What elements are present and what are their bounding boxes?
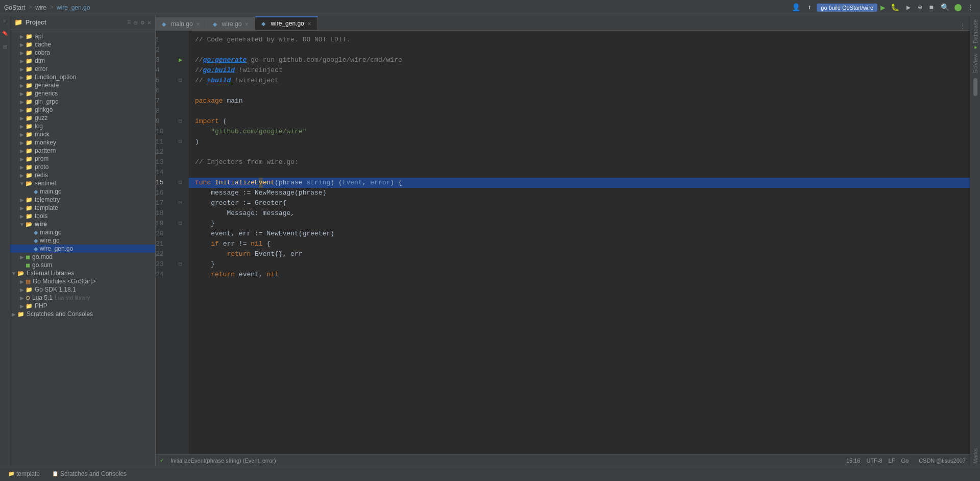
tree-item-monkey[interactable]: ▶ 📁 monkey	[10, 138, 155, 147]
tree-item-gin-grpc[interactable]: ▶ 📁 gin_grpc	[10, 98, 155, 106]
file-crumb[interactable]: wire_gen.go	[57, 4, 90, 11]
tree-item-error[interactable]: ▶ 📁 error	[10, 65, 155, 73]
tree-item-go-sdk[interactable]: ▶ 📁 Go SDK 1.18.1	[10, 285, 155, 294]
collapse-all-icon[interactable]: ≡	[127, 19, 131, 26]
tab-main-go[interactable]: ◆ main.go ✕	[156, 17, 207, 30]
close-filetree-icon[interactable]: ✕	[148, 19, 151, 27]
attach-icon[interactable]: ⊕	[916, 2, 924, 13]
gutter-fold-15[interactable]: ⊟	[179, 178, 189, 188]
tree-item-api[interactable]: ▶ 📁 api	[10, 32, 155, 40]
profile-icon[interactable]: 👤	[790, 2, 802, 13]
run-button[interactable]: ▶	[880, 3, 886, 13]
folder-icon: 📁	[26, 90, 33, 97]
tree-item-tools[interactable]: ▶ 📁 tools	[10, 212, 155, 220]
editor-tabs: ◆ main.go ✕ ◆ wire.go ✕ ◆ wire_gen.go ✕ …	[156, 15, 970, 31]
gostart-crumb[interactable]: GoStart	[4, 4, 25, 11]
code-content[interactable]: // Code generated by Wire. DO NOT EDIT. …	[189, 31, 970, 454]
run-coverage-icon[interactable]: ▶	[904, 2, 913, 13]
tree-item-wire-gen[interactable]: ◆ wire_gen.go	[10, 245, 155, 253]
vcs-icon[interactable]: ⬆	[805, 2, 814, 13]
tree-item-function-option[interactable]: ▶ 📁 function_option	[10, 73, 155, 81]
tree-item-template[interactable]: ▶ 📁 template	[10, 204, 155, 212]
locate-icon[interactable]: ◎	[134, 19, 137, 27]
tree-item-redis[interactable]: ▶ 📁 redis	[10, 171, 155, 179]
more-tabs-icon[interactable]: ⋮	[960, 22, 966, 30]
go-file-icon: ◆	[34, 229, 38, 236]
go-build: go:build	[203, 65, 235, 76]
language-label[interactable]: Go	[901, 458, 909, 464]
gutter-fold-9[interactable]: ⊟	[179, 116, 189, 127]
code-line-13: // Injectors from wire.go:	[189, 157, 970, 167]
tree-item-proto[interactable]: ▶ 📁 proto	[10, 163, 155, 171]
tree-item-cache[interactable]: ▶ 📁 cache	[10, 40, 155, 49]
tree-label: template	[35, 204, 58, 211]
tree-item-ext-libraries[interactable]: ▼ 📂 External Libraries	[10, 269, 155, 277]
database-tab[interactable]: Database	[971, 17, 979, 45]
tree-item-ginkgo[interactable]: ▶ 📁 ginkgo	[10, 106, 155, 114]
bookmarks-icon[interactable]: 🔖	[1, 29, 9, 39]
code: event, err := NewEvent(greeter)	[195, 229, 334, 239]
settings-icon[interactable]: ⋮	[965, 2, 976, 13]
close-tab-icon[interactable]: ✕	[307, 21, 311, 27]
settings-filetree-icon[interactable]: ⚙	[141, 19, 144, 27]
code-line-24: return event, nil	[189, 270, 970, 280]
tree-item-go-modules[interactable]: ▶ ▦ Go Modules <GoStart>	[10, 277, 155, 285]
folder-icon: 📁	[26, 286, 33, 293]
tree-item-generate[interactable]: ▶ 📁 generate	[10, 81, 155, 89]
tree-item-guzz[interactable]: ▶ 📁 guzz	[10, 114, 155, 122]
gutter-22	[179, 249, 189, 259]
gutter-fold-23[interactable]: ⊟	[179, 259, 189, 270]
tree-item-wire-wire[interactable]: ◆ wire.go	[10, 236, 155, 245]
tree-item-go-sum[interactable]: ◼ go.sum	[10, 261, 155, 269]
code-line-15: func InitializeEvent (phrase string ) ( …	[189, 178, 970, 188]
tree-item-wire[interactable]: ▼ 📂 wire	[10, 220, 155, 228]
tree-label: sentinel	[35, 180, 56, 187]
tree-item-mock[interactable]: ▶ 📁 mock	[10, 130, 155, 138]
search-icon[interactable]: 🔍	[939, 2, 951, 13]
folder-icon: 📁	[26, 107, 33, 113]
chevron-right-icon: ▶	[18, 148, 26, 154]
tree-item-wire-main[interactable]: ◆ main.go	[10, 228, 155, 236]
gutter-run-3[interactable]: ▶	[179, 55, 189, 65]
close-tab-icon[interactable]: ✕	[244, 21, 249, 27]
tree-item-go-mod[interactable]: ▶ ◼ go.mod	[10, 253, 155, 261]
scroll-mark-green	[974, 46, 976, 49]
code-editor[interactable]: 1 2 3 4 5 6 7 8 9 10 11 12 13 14 15 16 1…	[156, 31, 970, 454]
tree-item-sentinel[interactable]: ▼ 📂 sentinel	[10, 179, 155, 187]
line-num-9: 9	[156, 116, 174, 127]
tree-item-cobra[interactable]: ▶ 📁 cobra	[10, 49, 155, 57]
folder-icon: 📁	[26, 197, 33, 203]
debug-icon[interactable]: 🐛	[889, 2, 901, 13]
tree-item-lua[interactable]: ▶ ⊙ Lua 5.1 Lua std library	[10, 294, 155, 302]
gutter-fold-17[interactable]: ⊟	[179, 198, 189, 208]
tree-item-dtm[interactable]: ▶ 📁 dtm	[10, 57, 155, 65]
gutter-fold-19[interactable]: ⊟	[179, 219, 189, 229]
structure-icon[interactable]: ⊞	[1, 43, 9, 51]
tree-item-prom[interactable]: ▶ 📁 prom	[10, 155, 155, 163]
tree-item-log[interactable]: ▶ 📁 log	[10, 122, 155, 130]
tree-item-parttern[interactable]: ▶ 📁 parttern	[10, 147, 155, 155]
bottom-tab-scratches[interactable]: 📋 Scratches and Consoles	[48, 469, 131, 478]
right-scrollbar-thumb[interactable]	[973, 78, 977, 96]
bottom-tab-template[interactable]: 📁 template	[4, 469, 44, 478]
code-line-8	[189, 106, 970, 116]
tree-item-scratches[interactable]: ▶ 📁 Scratches and Consoles	[10, 310, 155, 318]
tab-wire-go[interactable]: ◆ wire.go ✕	[207, 17, 256, 30]
project-sidebar-toggle[interactable]: ≡	[1, 17, 9, 25]
tree-item-telemetry[interactable]: ▶ 📁 telemetry	[10, 196, 155, 204]
wire-crumb[interactable]: wire	[35, 4, 46, 11]
sciview-tab[interactable]: SciView	[971, 52, 979, 76]
tree-item-sentinel-main[interactable]: ◆ main.go	[10, 187, 155, 196]
tree-item-generics[interactable]: ▶ 📁 generics	[10, 89, 155, 98]
marks-tab[interactable]: Marks	[971, 446, 979, 466]
gutter-fold-11[interactable]: ⊟	[179, 137, 189, 147]
tree-item-php[interactable]: ▶ 📁 PHP	[10, 302, 155, 310]
close-tab-icon[interactable]: ✕	[196, 21, 200, 27]
gutter-fold-5[interactable]: ⊟	[179, 76, 189, 86]
tab-wire-gen-go[interactable]: ◆ wire_gen.go ✕	[255, 16, 317, 30]
build-button[interactable]: go build GoStart/wire	[817, 4, 877, 12]
go-file-icon: ◆	[34, 246, 38, 252]
chevron-right-icon: ▶	[18, 254, 26, 260]
stop-icon[interactable]: ■	[927, 3, 936, 13]
chevron-right-icon: ▶	[18, 295, 26, 301]
